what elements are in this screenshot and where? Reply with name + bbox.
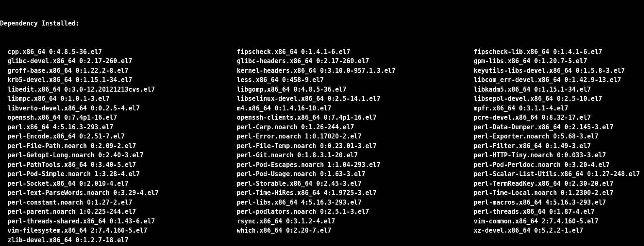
package-entry: keyutils-libs-devel.x86_64 0:1.5.8-3.el7	[474, 66, 644, 76]
package-entry: perl-Getopt-Long.noarch 0:2.40-3.el7	[8, 151, 229, 160]
package-entry: perl-parent.noarch 1:0.225-244.el7	[8, 207, 229, 217]
package-columns: cpp.x86_64 0:4.8.5-36.el7glibc-devel.x86…	[0, 47, 644, 245]
package-entry: perl-podlators.noarch 0:2.5.1-3.el7	[237, 207, 466, 217]
package-entry: libsepol-devel.x86_64 0:2.5-10.el7	[474, 94, 644, 104]
package-entry: rsync.x86_64 0:3.1.2-4.el7	[237, 217, 466, 226]
package-entry: perl-Socket.x86_64 0:2.010-4.el7	[8, 179, 229, 189]
package-entry: perl-libs.x86_64 4:5.16.3-293.el7	[237, 198, 466, 208]
package-entry: gpm-libs.x86_64 0:1.20.7-5.el7	[474, 56, 644, 66]
package-entry: perl-Text-ParseWords.noarch 0:3.29-4.el7	[8, 188, 229, 198]
package-entry: vim-common.x86_64 2:7.4.160-5.el7	[474, 217, 644, 226]
package-entry: libverto-devel.x86_64 0:0.2.5-4.el7	[8, 104, 229, 113]
package-entry: perl-PathTools.x86_64 0:3.40-5.el7	[8, 160, 229, 170]
package-entry: fipscheck.x86_64 0:1.4.1-6.el7	[237, 47, 466, 57]
package-entry: fipscheck-lib.x86_64 0:1.4.1-6.el7	[474, 47, 644, 57]
package-entry: perl-Pod-Perldoc.noarch 0:3.20-4.el7	[474, 160, 644, 170]
package-entry: openssh.x86_64 0:7.4p1-16.el7	[8, 113, 229, 123]
package-entry: xz-devel.x86_64 0:5.2.2-1.el7	[474, 226, 644, 236]
package-entry: perl-Filter.x86_64 0:1.49-3.el7	[474, 141, 644, 151]
package-entry: perl-Time-Local.noarch 0:1.2300-2.el7	[474, 188, 644, 198]
package-entry: perl-Pod-Simple.noarch 1:3.28-4.el7	[8, 169, 229, 179]
terminal-output[interactable]: Dependency Installed: cpp.x86_64 0:4.8.5…	[0, 0, 644, 246]
package-entry: libselinux-devel.x86_64 0:2.5-14.1.el7	[237, 94, 466, 104]
package-entry: glibc-headers.x86_64 0:2.17-260.el7	[237, 56, 466, 66]
package-entry: mpfr.x86_64 0:3.1.1-4.el7	[474, 104, 644, 113]
package-entry: libedit.x86_64 0:3.0-12.20121213cvs.el7	[8, 85, 229, 95]
package-entry: perl-Scalar-List-Utils.x86_64 0:1.27-248…	[474, 169, 644, 179]
package-entry: perl.x86_64 4:5.16.3-293.el7	[8, 123, 229, 132]
package-entry: zlib-devel.x86_64 0:1.2.7-18.el7	[8, 236, 229, 245]
package-entry: perl-macros.x86_64 4:5.16.3-293.el7	[474, 198, 644, 208]
package-entry: perl-threads.x86_64 0:1.87-4.el7	[474, 207, 644, 217]
package-entry: which.x86_64 0:2.20-7.el7	[237, 226, 466, 236]
package-entry: cpp.x86_64 0:4.8.5-36.el7	[8, 47, 229, 57]
package-entry: perl-Exporter.noarch 0:5.68-3.el7	[474, 132, 644, 141]
package-entry: krb5-devel.x86_64 0:1.15.1-34.el7	[8, 75, 229, 85]
package-entry: perl-Error.noarch 1:0.17020-2.el7	[237, 132, 466, 141]
package-entry: perl-TermReadKey.x86_64 0:2.30-20.el7	[474, 179, 644, 189]
package-column-3: fipscheck-lib.x86_64 0:1.4.1-6.el7gpm-li…	[466, 47, 644, 245]
dependency-header: Dependency Installed:	[0, 19, 644, 28]
package-entry: libmpc.x86_64 0:1.0.1-3.el7	[8, 94, 229, 104]
package-column-1: cpp.x86_64 0:4.8.5-36.el7glibc-devel.x86…	[0, 47, 229, 245]
package-entry: pcre-devel.x86_64 0:8.32-17.el7	[474, 113, 644, 123]
package-entry: glibc-devel.x86_64 0:2.17-260.el7	[8, 56, 229, 66]
package-entry: openssh-clients.x86_64 0:7.4p1-16.el7	[237, 113, 466, 123]
package-entry: libkadm5.x86_64 0:1.15.1-34.el7	[474, 85, 644, 95]
package-entry: m4.x86_64 0:1.4.16-10.el7	[237, 104, 466, 113]
package-entry: perl-Git.noarch 0:1.8.3.1-20.el7	[237, 151, 466, 160]
package-entry: perl-Pod-Escapes.noarch 1:1.04-293.el7	[237, 160, 466, 170]
package-entry: perl-Encode.x86_64 0:2.51-7.el7	[8, 132, 229, 141]
package-entry: perl-threads-shared.x86_64 0:1.43-6.el7	[8, 217, 229, 226]
package-column-2: fipscheck.x86_64 0:1.4.1-6.el7glibc-head…	[229, 47, 466, 245]
package-entry: perl-Time-HiRes.x86_64 4:1.9725-3.el7	[237, 188, 466, 198]
package-entry: perl-Pod-Usage.noarch 0:1.63-3.el7	[237, 169, 466, 179]
package-entry: groff-base.x86_64 0:1.22.2-8.el7	[8, 66, 229, 76]
package-entry: perl-Carp.noarch 0:1.26-244.el7	[237, 123, 466, 132]
package-entry: perl-Storable.x86_64 0:2.45-3.el7	[237, 179, 466, 189]
package-entry: perl-HTTP-Tiny.noarch 0:0.033-3.el7	[474, 151, 644, 160]
package-entry: libgomp.x86_64 0:4.8.5-36.el7	[237, 85, 466, 95]
package-entry: perl-Data-Dumper.x86_64 0:2.145-3.el7	[474, 123, 644, 132]
package-entry: perl-constant.noarch 0:1.27-2.el7	[8, 198, 229, 208]
package-entry: kernel-headers.x86_64 0:3.10.0-957.1.3.e…	[237, 66, 466, 76]
package-entry: perl-File-Path.noarch 0:2.09-2.el7	[8, 141, 229, 151]
package-entry: perl-File-Temp.noarch 0:0.23.01-3.el7	[237, 141, 466, 151]
package-entry: vim-filesystem.x86_64 2:7.4.160-5.el7	[8, 226, 229, 236]
package-entry: libcom_err-devel.x86_64 0:1.42.9-13.el7	[474, 75, 644, 85]
package-entry: less.x86_64 0:458-9.el7	[237, 75, 466, 85]
